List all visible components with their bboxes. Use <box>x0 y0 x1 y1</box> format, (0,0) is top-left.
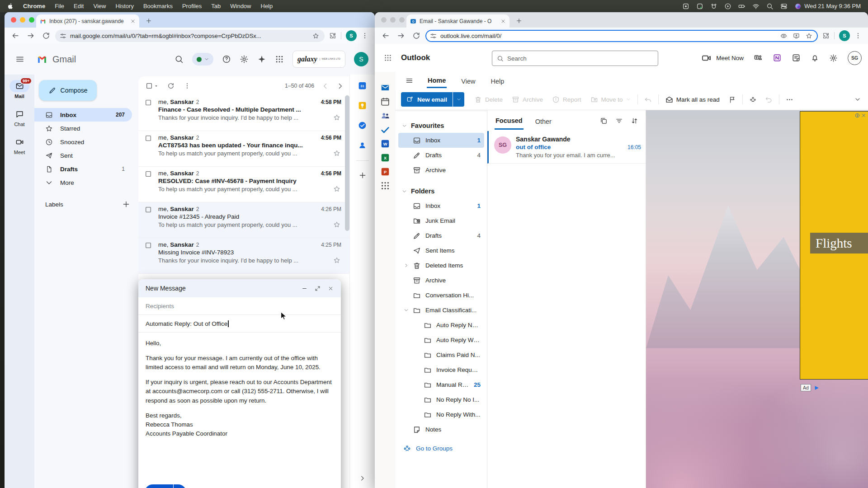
collapse-panel-button[interactable] <box>359 475 366 483</box>
folder-invoice-reques[interactable]: Invoice Reques... <box>398 362 484 377</box>
email-row[interactable]: me, Sanskar24:26 PMInvoice #12345 - Alre… <box>138 202 349 238</box>
refresh-button[interactable] <box>42 32 50 40</box>
reply-icon[interactable] <box>640 96 656 103</box>
folder-notes[interactable]: Notes <box>398 422 484 437</box>
status-selector[interactable] <box>192 53 213 66</box>
forward-button[interactable] <box>397 32 405 40</box>
star-icon[interactable] <box>333 221 340 228</box>
rail-todo-icon[interactable] <box>380 125 390 135</box>
select-caret-icon[interactable] <box>154 84 158 88</box>
menu-tab[interactable]: Tab <box>211 3 221 9</box>
new-tab-button[interactable] <box>143 15 155 27</box>
list-scrollbar[interactable] <box>345 95 349 231</box>
ad-panel[interactable]: Flights <box>800 111 868 380</box>
close-window-button[interactable] <box>381 17 387 23</box>
menu-profiles[interactable]: Profiles <box>182 3 202 9</box>
compose-button[interactable]: Compose <box>39 80 97 101</box>
email-row[interactable]: me, Sanskar24:25 PMMissing Invoice #INV-… <box>138 238 349 274</box>
tab-home[interactable]: Home <box>427 73 447 88</box>
mark-all-read-button[interactable]: Mark all as read <box>661 92 724 107</box>
onenote-icon[interactable] <box>773 53 782 62</box>
zoom-window-button[interactable] <box>399 17 405 23</box>
menu-view[interactable]: View <box>93 3 106 9</box>
tab-help[interactable]: Help <box>490 74 505 88</box>
menu-chrome[interactable]: Chrome <box>23 3 45 9</box>
add-label-icon[interactable] <box>122 200 130 208</box>
control-center-icon[interactable] <box>780 3 788 10</box>
new-email-caret[interactable] <box>453 92 464 107</box>
meet-now-label[interactable]: Meet Now <box>716 55 744 61</box>
rail-item-chat[interactable]: Chat <box>5 108 34 127</box>
menu-file[interactable]: File <box>55 3 64 9</box>
browser-tab-outlook[interactable]: O Email - Sanskar Gawande - O <box>406 14 509 28</box>
siri-icon[interactable] <box>794 3 802 10</box>
subject-field[interactable]: Automatic Reply: Out of Office <box>138 315 341 333</box>
newer-page-icon[interactable] <box>321 82 329 90</box>
new-email-button[interactable]: New email <box>401 92 464 107</box>
address-bar[interactable]: mail.google.com/mail/u/0/?tab=rm&ogbl#in… <box>55 30 325 42</box>
folder-sent-items[interactable]: Sent Items <box>398 243 484 258</box>
minimize-window-button[interactable] <box>390 17 396 23</box>
get-addons-icon[interactable] <box>359 171 367 179</box>
sidebar-item-snoozed[interactable]: Snoozed <box>34 135 132 149</box>
recipients-field[interactable]: Recipients <box>138 297 341 315</box>
extensions-puzzle-icon[interactable] <box>822 32 830 39</box>
sidebar-item-drafts[interactable]: Drafts 1 <box>34 162 132 176</box>
gemini-sparkle-icon[interactable] <box>257 55 266 64</box>
rail-ppt-icon[interactable]: P <box>380 167 390 177</box>
rail-mail-fill-icon[interactable] <box>380 83 390 93</box>
email-row[interactable]: me, Sanskar24:56 PMRESOLVED: Case #INV-4… <box>138 167 349 202</box>
rail-apps-grid-icon[interactable] <box>380 181 390 191</box>
menu-window[interactable]: Window <box>230 3 251 9</box>
email-row[interactable]: me, Sanskar24:56 PMACT87543 has been upd… <box>138 131 349 167</box>
folder-drafts[interactable]: Drafts4 <box>398 228 484 243</box>
wifi-icon[interactable] <box>752 3 760 10</box>
extensions-puzzle-icon[interactable] <box>329 32 336 39</box>
notifications-bell-icon[interactable] <box>811 54 819 62</box>
sort-icon[interactable] <box>631 117 638 125</box>
bookmark-star-icon[interactable] <box>312 33 319 39</box>
keep-icon[interactable] <box>358 101 367 110</box>
popout-compose-icon[interactable] <box>315 286 321 291</box>
menu-edit[interactable]: Edit <box>74 3 84 9</box>
rail-people-duo-icon[interactable] <box>380 111 390 121</box>
search-input[interactable]: Search <box>492 51 658 66</box>
notes-icon[interactable] <box>792 53 801 62</box>
play-circle-icon[interactable] <box>724 3 731 10</box>
tab-other[interactable]: Other <box>534 113 552 129</box>
folder-drafts[interactable]: Drafts4 <box>398 148 484 163</box>
folder-archive[interactable]: Archive <box>398 273 484 288</box>
collapse-ribbon-icon[interactable] <box>854 96 861 103</box>
battery-icon[interactable] <box>738 3 745 10</box>
close-tab-icon[interactable] <box>500 19 506 24</box>
settings-gear-icon[interactable] <box>240 55 249 64</box>
star-icon[interactable] <box>333 114 340 121</box>
chrome-menu-icon[interactable] <box>854 32 862 39</box>
ad-info-icon[interactable] <box>855 113 860 118</box>
back-button[interactable] <box>382 32 390 40</box>
sidebar-item-inbox[interactable]: Inbox 207 <box>34 108 132 122</box>
undo-icon[interactable] <box>761 96 777 103</box>
chrome-profile-avatar[interactable]: S <box>839 30 850 41</box>
assistant-icon[interactable] <box>710 3 717 10</box>
folder-no-reply-with[interactable]: No Reply With... <box>398 407 484 422</box>
adchoices-icon[interactable] <box>814 385 820 391</box>
older-page-icon[interactable] <box>336 82 344 90</box>
rail-calendar-icon[interactable] <box>380 97 390 107</box>
folders-header[interactable]: Folders <box>396 184 487 198</box>
rail-item-meet[interactable]: Meet <box>5 136 34 155</box>
folder-email-classificati[interactable]: Email Classificati... <box>398 303 484 318</box>
star-icon[interactable] <box>333 150 340 157</box>
rail-word-icon[interactable]: W <box>380 139 390 149</box>
address-bar-focused[interactable]: outlook.live.com/mail/0/ <box>425 30 818 42</box>
tab-focused[interactable]: Focused <box>495 112 524 130</box>
close-tab-icon[interactable] <box>130 19 136 24</box>
back-button[interactable] <box>11 32 19 40</box>
teams-icon[interactable] <box>754 53 763 62</box>
minimize-compose-icon[interactable] <box>302 286 307 291</box>
refresh-button[interactable] <box>412 32 420 40</box>
row-checkbox[interactable] <box>145 238 158 273</box>
folder-manual-re[interactable]: Manual Re...25 <box>398 377 484 392</box>
favourites-header[interactable]: Favourites <box>396 118 487 133</box>
email-row[interactable]: me, Sanskar24:58 PMFinance - Case Resolv… <box>138 95 349 131</box>
